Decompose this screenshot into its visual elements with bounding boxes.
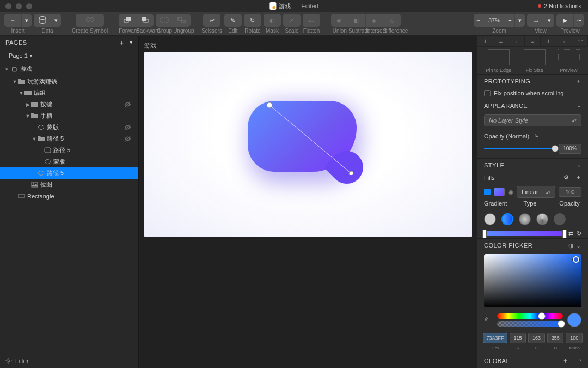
- gradient-reverse-button[interactable]: ⇄: [568, 230, 573, 237]
- layer-row[interactable]: 位图: [0, 179, 138, 190]
- zoom-value[interactable]: 37%: [483, 14, 505, 27]
- alpha-slider[interactable]: [497, 321, 563, 327]
- disclosure-triangle-icon[interactable]: ▼: [19, 91, 24, 96]
- fill-type-image[interactable]: [554, 213, 566, 225]
- appearance-collapse-icon[interactable]: ⌄: [577, 102, 582, 109]
- zoom-in-button[interactable]: +: [505, 14, 515, 27]
- difference-button[interactable]: ◇: [383, 14, 401, 27]
- subtract-button[interactable]: ◧: [348, 14, 366, 27]
- insert-dropdown[interactable]: ▾: [22, 14, 32, 27]
- visibility-hidden-icon[interactable]: [124, 135, 133, 142]
- global-list-icon[interactable]: ≡: [572, 357, 576, 365]
- align-top-button[interactable]: ⫠: [525, 36, 541, 46]
- layer-row[interactable]: 路径 5: [0, 167, 138, 179]
- canvas[interactable]: 游戏: [139, 36, 477, 368]
- disclosure-triangle-icon[interactable]: ▶: [25, 102, 30, 107]
- fill-type-angular[interactable]: [536, 213, 548, 225]
- fill-enabled-checkbox[interactable]: [484, 189, 491, 195]
- fill-type-select[interactable]: Linear▴▾: [517, 186, 555, 198]
- artboard-root[interactable]: ▾ ▢ 游戏: [0, 62, 138, 76]
- layer-row[interactable]: 路径 5: [0, 144, 138, 156]
- hue-slider[interactable]: [497, 313, 563, 319]
- red-input[interactable]: 115: [510, 333, 526, 343]
- group-button[interactable]: [156, 14, 173, 27]
- preview-dropdown[interactable]: ⤳: [574, 14, 584, 27]
- fix-size-control[interactable]: [524, 49, 546, 65]
- pin-edge-control[interactable]: [488, 49, 510, 65]
- disclosure-triangle-icon[interactable]: ▼: [32, 136, 37, 142]
- alpha-thumb[interactable]: [558, 320, 565, 328]
- pages-dropdown[interactable]: ▾: [130, 39, 133, 47]
- zoom-out-button[interactable]: −: [474, 14, 483, 27]
- gradient-bar[interactable]: [484, 231, 565, 236]
- view-dropdown[interactable]: ▾: [544, 14, 554, 27]
- layer-row[interactable]: ▶按键: [0, 99, 138, 110]
- preview-button[interactable]: ▶: [556, 14, 574, 27]
- union-button[interactable]: ◉: [331, 14, 348, 27]
- global-colors-header[interactable]: GLOBAL＋≡›: [477, 353, 588, 368]
- page-selector[interactable]: Page 1 ▾: [0, 49, 138, 62]
- maximize-window-icon[interactable]: [26, 3, 32, 9]
- opacity-blend-dropdown[interactable]: ⇅: [535, 134, 538, 138]
- global-expand-icon[interactable]: ›: [579, 357, 581, 365]
- alpha-input[interactable]: 100: [566, 333, 583, 343]
- add-page-button[interactable]: ＋: [119, 39, 125, 47]
- color-cursor[interactable]: [573, 256, 579, 263]
- add-fill-button[interactable]: ＋: [575, 173, 581, 182]
- fill-type-linear[interactable]: [501, 213, 513, 225]
- ungroup-button[interactable]: [173, 14, 191, 27]
- layer-row[interactable]: ▼手柄: [0, 110, 138, 122]
- insert-button[interactable]: ＋: [4, 14, 22, 27]
- align-middle-button[interactable]: ⫞: [541, 36, 556, 46]
- data-button[interactable]: [34, 14, 51, 27]
- layer-style-select[interactable]: No Layer Style▴▾: [484, 114, 581, 126]
- edit-button[interactable]: ✎: [224, 14, 242, 27]
- layer-row[interactable]: ▼玩游戏赚钱: [0, 76, 138, 87]
- layer-row[interactable]: 蒙版: [0, 156, 138, 167]
- style-header[interactable]: STYLE⌄: [477, 158, 588, 172]
- align-center-h-button[interactable]: ⫠: [493, 36, 509, 46]
- layer-row[interactable]: 蒙版: [0, 122, 138, 133]
- artboard[interactable]: [144, 52, 472, 237]
- fill-options-icon[interactable]: ◉: [508, 189, 513, 196]
- fill-type-radial[interactable]: [519, 213, 531, 225]
- visibility-hidden-icon[interactable]: [124, 101, 133, 108]
- fill-color-swatch[interactable]: [494, 188, 505, 196]
- style-collapse-icon[interactable]: ⌄: [577, 161, 582, 168]
- color-picker-mode-icon[interactable]: ◑ ⌄: [568, 242, 581, 249]
- backward-button[interactable]: [136, 14, 154, 27]
- opacity-slider[interactable]: [484, 148, 555, 149]
- fill-opacity-input[interactable]: 100: [559, 187, 581, 197]
- hue-thumb[interactable]: [538, 312, 546, 320]
- rotate-button[interactable]: ↻: [244, 14, 261, 27]
- add-prototype-button[interactable]: ＋: [575, 77, 582, 85]
- add-global-color-button[interactable]: ＋: [562, 357, 569, 365]
- green-input[interactable]: 163: [528, 333, 545, 343]
- distribute-button[interactable]: ⋯: [572, 36, 588, 46]
- gradient-stop-start[interactable]: [482, 230, 487, 238]
- layer-row[interactable]: ▼路径 5: [0, 133, 138, 144]
- visibility-hidden-icon[interactable]: [124, 124, 133, 131]
- disclosure-triangle-icon[interactable]: ▼: [25, 113, 30, 119]
- view-button[interactable]: ▭: [527, 14, 544, 27]
- zoom-dropdown[interactable]: ▾: [515, 14, 525, 27]
- layer-row[interactable]: ▼编组: [0, 87, 138, 99]
- align-left-button[interactable]: ⫞: [477, 36, 493, 46]
- canvas-artboard-label[interactable]: 游戏: [144, 41, 471, 50]
- align-bottom-button[interactable]: ⫟: [556, 36, 572, 46]
- data-dropdown[interactable]: ▾: [51, 14, 61, 27]
- color-saturation-area[interactable]: [484, 254, 581, 307]
- eyedropper-button[interactable]: ✐: [484, 316, 493, 324]
- close-window-icon[interactable]: [5, 3, 11, 9]
- gear-icon[interactable]: [5, 358, 12, 364]
- disclosure-triangle-icon[interactable]: ▼: [12, 79, 17, 85]
- scale-button[interactable]: ⤢: [283, 14, 301, 27]
- create-symbol-button[interactable]: [76, 14, 104, 27]
- gradient-rotate-button[interactable]: ↻: [577, 230, 581, 237]
- mask-button[interactable]: ◐: [264, 14, 281, 27]
- opacity-slider-thumb[interactable]: [552, 145, 559, 152]
- fills-settings-icon[interactable]: ⚙: [564, 174, 569, 181]
- gradient-stop-end[interactable]: [562, 230, 567, 238]
- fill-type-solid[interactable]: [484, 213, 496, 225]
- align-right-button[interactable]: ⫟: [509, 36, 525, 46]
